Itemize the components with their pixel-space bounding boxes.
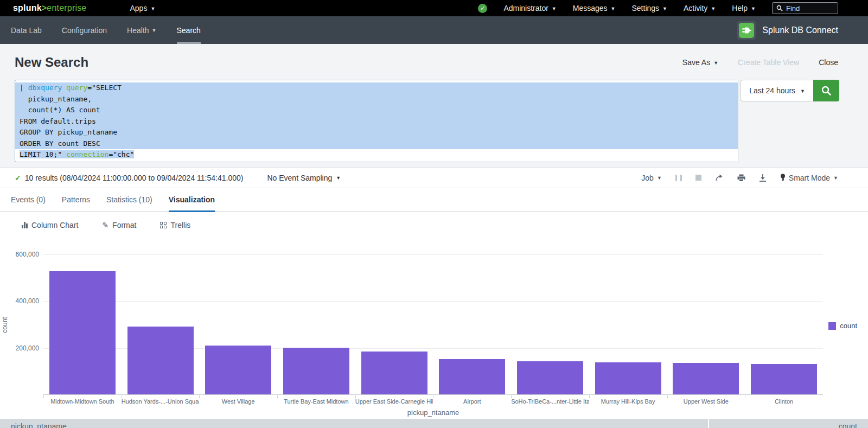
column-header-pickup-ntaname[interactable]: pickup_ntaname [0, 419, 708, 428]
column-chart-icon [22, 222, 28, 228]
stop-job-icon[interactable] [695, 175, 701, 181]
chevron-down-icon: ▼ [713, 61, 718, 66]
chart-type-picker[interactable]: Column Chart [22, 221, 78, 229]
query-line[interactable]: LIMIT 10;" connection="chc" [15, 149, 738, 161]
time-range-group: Last 24 hours▼ [741, 80, 839, 101]
x-tick-label: Hudson Yards-...-Union Square [122, 395, 200, 405]
trellis-button[interactable]: Trellis [160, 221, 190, 229]
app-nav-bar: Data Lab Configuration Health▼ Search Sp… [0, 16, 868, 44]
create-table-view-button[interactable]: Create Table View [738, 58, 799, 67]
x-tick-label: Upper East Side-Carnegie Hill [355, 395, 433, 405]
chevron-down-icon: ▼ [611, 7, 616, 11]
help-menu[interactable]: Help▼ [732, 4, 756, 12]
search-query-input[interactable]: | dbxquery query="SELECT pickup_ntaname,… [15, 80, 738, 162]
bar-3[interactable] [205, 346, 271, 394]
logo-chevron: > [42, 3, 47, 12]
visualization-toolbar: Column Chart ✎ Format Trellis [0, 212, 868, 239]
chevron-down-icon: ▼ [833, 176, 838, 181]
search-mode-menu[interactable]: Smart Mode▼ [780, 174, 838, 182]
pause-job-icon[interactable] [675, 175, 682, 181]
bar-2[interactable] [127, 327, 194, 394]
find-input[interactable] [786, 4, 834, 12]
pencil-icon: ✎ [102, 221, 108, 229]
bar-6[interactable] [439, 359, 505, 394]
bulb-icon [780, 174, 786, 182]
print-icon[interactable] [737, 174, 745, 182]
time-range-picker[interactable]: Last 24 hours▼ [741, 80, 813, 101]
run-search-button[interactable] [813, 80, 839, 101]
chevron-down-icon: ▼ [152, 28, 157, 33]
db-connect-logo-tile [737, 21, 756, 40]
tab-patterns[interactable]: Patterns [62, 188, 90, 212]
export-icon[interactable] [759, 174, 767, 182]
x-tick-label: Turtle Bay-East Midtown [277, 395, 355, 405]
nav-item-configuration[interactable]: Configuration [62, 16, 107, 44]
splunk-logo: splunk>enterprise [13, 3, 86, 13]
x-tick-label: Clinton [745, 395, 823, 405]
health-status-icon[interactable]: ✓ [478, 4, 487, 13]
y-tick-label: 200,000 [16, 344, 39, 352]
save-as-button[interactable]: Save As▼ [682, 58, 718, 67]
logo-part-splunk: splunk [13, 3, 42, 12]
x-axis-title: pickup_ntaname [43, 408, 823, 417]
apps-menu[interactable]: Apps▼ [130, 4, 155, 12]
page-title: New Search [15, 55, 88, 70]
chart-xlabels: Midtown-Midtown SouthHudson Yards-...-Un… [43, 395, 823, 405]
statistics-table-header: pickup_ntaname count [0, 419, 868, 428]
query-line[interactable]: count(*) AS count [15, 105, 738, 116]
job-controls: Job▼ Smart Mode▼ [641, 174, 838, 182]
chart-legend[interactable]: count [828, 322, 857, 330]
query-line[interactable]: GROUP BY pickup_ntaname [15, 127, 738, 138]
bar-4[interactable] [283, 348, 349, 394]
administrator-menu[interactable]: Administrator▼ [503, 4, 556, 12]
y-tick-label: 600,000 [16, 251, 39, 258]
tab-events[interactable]: Events (0) [11, 188, 46, 212]
nav-item-health[interactable]: Health▼ [127, 16, 156, 44]
column-header-count[interactable]: count [708, 419, 868, 428]
chevron-down-icon: ▼ [751, 7, 756, 11]
bar-7[interactable] [517, 361, 583, 394]
activity-menu[interactable]: Activity▼ [684, 4, 716, 12]
db-connect-plug-icon [739, 23, 754, 38]
logo-part-enterprise: enterprise [47, 3, 86, 12]
share-job-icon[interactable] [715, 174, 724, 182]
gridline [43, 254, 823, 255]
x-tick-label: Midtown-Midtown South [43, 395, 122, 405]
search-icon [776, 5, 783, 11]
query-line[interactable]: pickup_ntaname, [15, 94, 738, 105]
x-tick-label: Murray Hill-Kips Bay [589, 395, 667, 405]
close-button[interactable]: Close [819, 58, 838, 67]
tab-visualization[interactable]: Visualization [169, 188, 215, 212]
results-tabs: Events (0) Patterns Statistics (10) Visu… [0, 188, 868, 212]
legend-label: count [840, 322, 857, 330]
event-sampling-menu[interactable]: No Event Sampling▼ [267, 174, 341, 182]
bar-8[interactable] [595, 362, 661, 394]
header-actions: Save As▼ Create Table View Close [682, 58, 838, 67]
bar-1[interactable] [49, 271, 116, 394]
y-tick-label: 400,000 [16, 297, 39, 305]
find-search-box[interactable] [772, 2, 838, 14]
chevron-down-icon: ▼ [336, 176, 341, 181]
bar-9[interactable] [673, 363, 739, 394]
query-line[interactable]: ORDER BY count DESC [15, 138, 738, 150]
chart-yticks: 200,000400,000600,000 [0, 254, 39, 395]
chevron-down-icon: ▼ [711, 7, 716, 11]
query-line[interactable]: FROM default.trips [15, 116, 738, 127]
nav-item-search[interactable]: Search [177, 16, 201, 44]
job-menu[interactable]: Job▼ [641, 174, 662, 182]
tab-statistics[interactable]: Statistics (10) [106, 188, 152, 212]
x-tick-label: West Village [199, 395, 277, 405]
chevron-down-icon: ▼ [552, 7, 557, 11]
topbar-right: ✓ Administrator▼ Messages▼ Settings▼ Act… [478, 2, 838, 14]
settings-menu[interactable]: Settings▼ [632, 4, 668, 12]
job-done-check-icon: ✓ [15, 174, 21, 182]
x-tick-label: SoHo-TriBeCa-...nter-Little Italy [511, 395, 589, 405]
app-name: Splunk DB Connect [762, 25, 838, 35]
nav-item-data-lab[interactable]: Data Lab [11, 16, 42, 44]
job-status-bar: ✓ 10 results (08/04/2024 11:00:00.000 to… [0, 168, 868, 188]
query-line[interactable]: | dbxquery query="SELECT [15, 82, 738, 94]
bar-5[interactable] [361, 352, 427, 394]
messages-menu[interactable]: Messages▼ [573, 4, 616, 12]
bar-10[interactable] [751, 364, 817, 394]
format-button[interactable]: ✎ Format [102, 221, 136, 229]
